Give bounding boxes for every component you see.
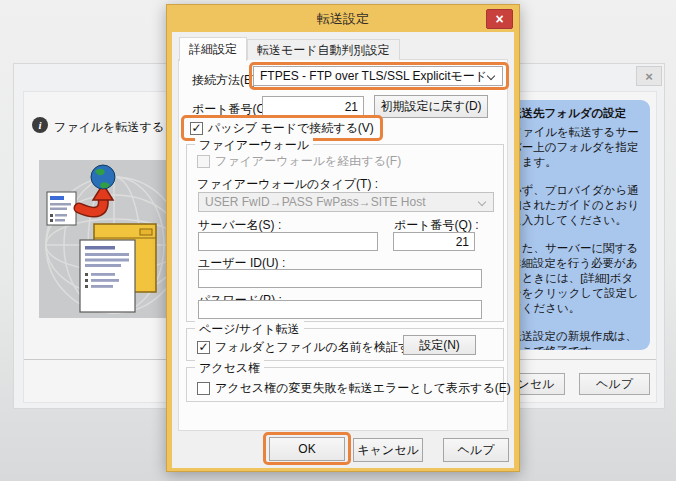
firewall-group: ファイアーウォール ファイアーウォールを経由する(F) ファイアーウォールのタイ…	[186, 144, 504, 322]
tab-detail-settings[interactable]: 詳細設定	[179, 37, 247, 61]
front-document-icon	[80, 240, 135, 312]
passive-mode-label: パッシブ モードで接続する(V)	[208, 120, 374, 137]
access-error-label: アクセス権の変更失敗を転送エラーとして表示する(E)	[215, 380, 511, 397]
checkbox-unchecked-icon	[197, 155, 210, 168]
server-name-input[interactable]	[198, 232, 378, 251]
ok-button[interactable]: OK	[269, 437, 345, 461]
chevron-down-icon	[487, 72, 495, 80]
access-rights-group-title: アクセス権	[195, 360, 264, 377]
firewall-type-label: ファイアーウォールのタイプ(T) :	[197, 176, 378, 193]
cancel-button[interactable]: キャンセル	[353, 438, 423, 462]
help-button[interactable]: ヘルプ	[443, 438, 509, 462]
checkbox-checked-icon: ✓	[197, 341, 210, 354]
port-input[interactable]: 21	[262, 96, 364, 117]
user-id-input[interactable]	[198, 269, 482, 288]
guide-paragraph: 必ず、プロバイダから通知されたガイドのとおりに入力してください。	[510, 183, 642, 228]
wizard-help-button[interactable]: ヘルプ	[579, 373, 650, 395]
connection-method-highlight: FTPES - FTP over TLS/SSL Explicitモード	[249, 62, 509, 90]
guide-paragraph: また、サーバーに関する詳細設定を行う必要があるときには、[詳細]ボタンをクリック…	[510, 241, 642, 316]
dialog-client-area: 詳細設定 転送モード自動判別設定 接続方法(B) : FTPES - FTP o…	[172, 32, 514, 468]
tab-bar: 詳細設定 転送モード自動判別設定	[179, 36, 400, 60]
checkbox-unchecked-icon	[197, 382, 210, 395]
info-icon: i	[32, 117, 48, 133]
close-icon[interactable]: ×	[636, 66, 662, 86]
close-icon[interactable]: ×	[486, 9, 513, 29]
earth-icon	[91, 165, 115, 189]
guide-panel: 転送先フォルダの設定 ファイルを転送するサーバー上のフォルダを指定します。 必ず…	[502, 100, 650, 350]
firewall-via-label: ファイアーウォールを経由する(F)	[215, 153, 401, 170]
access-rights-group: アクセス権 アクセス権の変更失敗を転送エラーとして表示する(E)	[186, 367, 504, 402]
password-input[interactable]	[198, 300, 482, 319]
access-error-checkbox[interactable]: アクセス権の変更失敗を転送エラーとして表示する(E)	[197, 380, 511, 397]
guide-paragraph: ファイルを転送するサーバー上のフォルダを指定します。	[510, 125, 642, 170]
connection-method-select[interactable]: FTPES - FTP over TLS/SSL Explicitモード	[253, 66, 503, 86]
firewall-group-title: ファイアーウォール	[195, 137, 313, 154]
passive-mode-checkbox[interactable]: ✓ パッシブ モードで接続する(V)	[190, 120, 374, 137]
tab-page: 接続方法(B) : FTPES - FTP over TLS/SSL Expli…	[178, 59, 508, 431]
transfer-illustration-icon	[39, 160, 179, 318]
connection-method-value: FTPES - FTP over TLS/SSL Explicitモード	[260, 68, 487, 85]
chevron-down-icon	[478, 198, 486, 206]
small-document-icon	[47, 192, 76, 225]
firewall-port-input[interactable]: 21	[393, 232, 475, 251]
firewall-via-checkbox: ファイアーウォールを経由する(F)	[197, 153, 401, 170]
reset-defaults-button[interactable]: 初期設定に戻す(D)	[374, 95, 488, 118]
firewall-type-value: USER FwID→PASS FwPass→SITE Host	[205, 195, 425, 209]
firewall-type-select: USER FwID→PASS FwPass→SITE Host	[198, 192, 494, 212]
tab-transfer-mode-auto[interactable]: 転送モード自動判別設定	[247, 39, 400, 60]
page-site-transfer-group: ページ/サイト転送 ✓ フォルダとファイルの名前を検証する(C) 設定(N)	[186, 328, 504, 361]
settings-button[interactable]: 設定(N)	[403, 335, 476, 355]
transfer-settings-dialog: 転送設定 × 詳細設定 転送モード自動判別設定 接続方法(B) : FTPES …	[166, 4, 520, 472]
guide-paragraph: 転送設定の新規作成は、ここで終了です。	[510, 329, 642, 350]
dialog-title: 転送設定	[167, 5, 519, 32]
checkbox-checked-icon: ✓	[190, 122, 203, 135]
ok-button-highlight: OK	[263, 432, 351, 465]
guide-panel-title: 転送先フォルダの設定	[510, 106, 642, 121]
page-site-transfer-group-title: ページ/サイト転送	[195, 321, 304, 338]
